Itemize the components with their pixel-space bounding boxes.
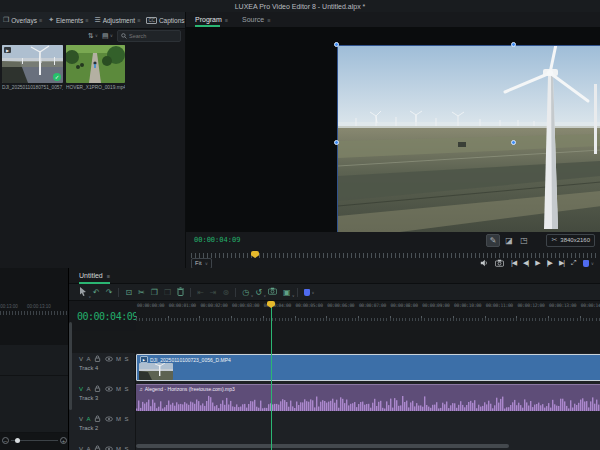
menu-icon[interactable]: ≡: [85, 17, 88, 23]
eye-icon[interactable]: [105, 386, 113, 392]
tab-program[interactable]: Program ≡: [195, 12, 228, 27]
empty-lane[interactable]: [69, 331, 600, 354]
eye-icon[interactable]: [105, 356, 113, 362]
transform-handle[interactable]: [334, 140, 339, 145]
next-edit-button[interactable]: ⇥: [210, 288, 217, 297]
resolution-button[interactable]: ✂ 3840x2160: [546, 234, 595, 247]
track-audio-toggle[interactable]: A: [87, 446, 91, 450]
eye-icon[interactable]: [105, 446, 113, 450]
volume-icon[interactable]: [480, 259, 488, 267]
undo-button[interactable]: ↶: [93, 288, 100, 297]
export-frame-button[interactable]: ▣∨: [283, 288, 291, 297]
eye-icon[interactable]: [105, 416, 113, 422]
mask-button[interactable]: ◪: [503, 235, 515, 246]
track-video-toggle[interactable]: V: [79, 416, 83, 422]
select-tool-button[interactable]: ∨: [79, 287, 87, 298]
track-mute-toggle[interactable]: M: [116, 356, 121, 362]
marker-dropdown[interactable]: ∨: [583, 260, 594, 267]
timeline-marker-dropdown[interactable]: ∨: [304, 289, 315, 296]
transform-handle[interactable]: [334, 42, 339, 47]
copy-button[interactable]: ❐: [151, 288, 158, 297]
loop-button[interactable]: ⊛: [223, 288, 230, 297]
edit-box-button[interactable]: ✎: [486, 234, 500, 247]
fullscreen-button[interactable]: ⤢: [571, 259, 576, 267]
paste-button[interactable]: ❒: [164, 288, 171, 297]
menu-icon[interactable]: ≡: [107, 273, 110, 279]
skip-start-button[interactable]: |◀: [511, 259, 516, 267]
track-mute-toggle[interactable]: M: [116, 416, 121, 422]
prev-edit-button[interactable]: ⇤: [197, 288, 204, 297]
timeline-tab-untitled[interactable]: Untitled ≡: [79, 268, 110, 284]
track-lane[interactable]: V A M S Track 4 ▶ DJI_20250110100723_005…: [69, 353, 600, 384]
play-button[interactable]: ▶: [535, 259, 539, 267]
marker-icon: [304, 289, 310, 296]
export-icon: ▣: [283, 288, 291, 297]
track-audio-toggle[interactable]: A: [87, 416, 91, 422]
menu-icon[interactable]: ≡: [137, 17, 140, 23]
lock-icon[interactable]: [94, 385, 101, 392]
track-audio-toggle[interactable]: A: [87, 356, 91, 362]
tab-source[interactable]: Source ≡: [242, 12, 270, 27]
fit-dropdown[interactable]: Fit ∨: [191, 258, 212, 269]
tab-adjustment[interactable]: ☰ Adjustment ≡: [91, 12, 143, 28]
prev-frame-button[interactable]: ◀|: [523, 259, 528, 267]
speed-button[interactable]: ◷∨: [242, 288, 249, 297]
snapshot-camera-icon[interactable]: [495, 259, 504, 267]
lock-icon[interactable]: [94, 355, 101, 362]
crop-button[interactable]: ◳: [518, 235, 530, 246]
lock-icon[interactable]: [94, 415, 101, 422]
horizontal-scrollbar[interactable]: [136, 444, 509, 448]
preview-scrubber[interactable]: [186, 250, 600, 258]
track-solo-toggle[interactable]: S: [125, 416, 129, 422]
keyframe-curve-button[interactable]: ↺∨: [255, 288, 262, 297]
transform-handle[interactable]: [511, 140, 516, 145]
zoom-slider-track[interactable]: [11, 440, 58, 441]
zoom-slider-thumb[interactable]: [15, 438, 20, 443]
audio-clip[interactable]: ♫ Alegend - Horizons (freetouse.com).mp3: [136, 384, 600, 411]
track-video-toggle[interactable]: V: [79, 446, 83, 450]
tab-elements[interactable]: ✦ Elements ≡: [45, 12, 91, 28]
snapshot-button[interactable]: [268, 287, 277, 297]
playhead-handle[interactable]: [267, 301, 275, 308]
sort-button[interactable]: ⇅ ∨: [88, 32, 98, 40]
view-mode-button[interactable]: ▤ ∨: [102, 32, 113, 40]
search-box[interactable]: [117, 30, 181, 42]
timeline-ruler[interactable]: 00:00:00:0000:00:01:0000:00:02:0000:00:0…: [136, 301, 600, 332]
playhead-line[interactable]: [271, 301, 272, 450]
zoom-out-icon[interactable]: −: [2, 437, 9, 444]
track-audio-toggle[interactable]: A: [87, 386, 91, 392]
track-video-toggle[interactable]: V: [79, 356, 83, 362]
timeline-zoom-slider[interactable]: − +: [0, 434, 68, 446]
zoom-in-icon[interactable]: +: [60, 437, 67, 444]
media-item-thumbnail[interactable]: ▶ ✓: [2, 45, 63, 83]
track-mute-toggle[interactable]: M: [116, 386, 121, 392]
delete-button[interactable]: [177, 287, 184, 298]
skip-end-button[interactable]: ▶|: [559, 259, 564, 267]
tab-overlays[interactable]: ❐ Overlays ≡: [0, 12, 45, 28]
ruler-minor-ticks: [136, 318, 600, 321]
vertical-scrollbar[interactable]: [69, 322, 72, 410]
menu-icon[interactable]: ≡: [267, 17, 270, 23]
track-solo-toggle[interactable]: S: [125, 446, 129, 450]
menu-icon[interactable]: ≡: [39, 17, 42, 23]
track-lane[interactable]: V A M S Track 2: [69, 413, 600, 444]
split-button[interactable]: ✂: [138, 288, 145, 297]
lock-icon[interactable]: [94, 445, 101, 450]
transform-button[interactable]: ⊡: [125, 288, 132, 297]
search-input[interactable]: [129, 33, 173, 39]
transform-handle[interactable]: [511, 42, 516, 47]
timeline-ruler-labels: 00:00:00:0000:00:01:0000:00:02:0000:00:0…: [136, 301, 600, 331]
video-clip[interactable]: ▶ DJI_20250110100723_0056_D.MP4: [136, 354, 600, 381]
redo-button[interactable]: ↷: [106, 288, 113, 297]
tab-label: Adjustment: [103, 17, 136, 24]
track-video-toggle[interactable]: V: [79, 386, 83, 392]
track-mute-toggle[interactable]: M: [116, 446, 121, 450]
track-solo-toggle[interactable]: S: [125, 356, 129, 362]
video-frame[interactable]: [337, 45, 600, 232]
menu-icon[interactable]: ≡: [225, 17, 228, 23]
media-item-thumbnail[interactable]: [66, 45, 125, 83]
track-solo-toggle[interactable]: S: [125, 386, 129, 392]
next-frame-button[interactable]: |▶: [547, 259, 552, 267]
program-monitor[interactable]: [186, 27, 600, 232]
track-lane[interactable]: V A M S Track 3 ♫ Alegend - Horizons (fr…: [69, 383, 600, 414]
